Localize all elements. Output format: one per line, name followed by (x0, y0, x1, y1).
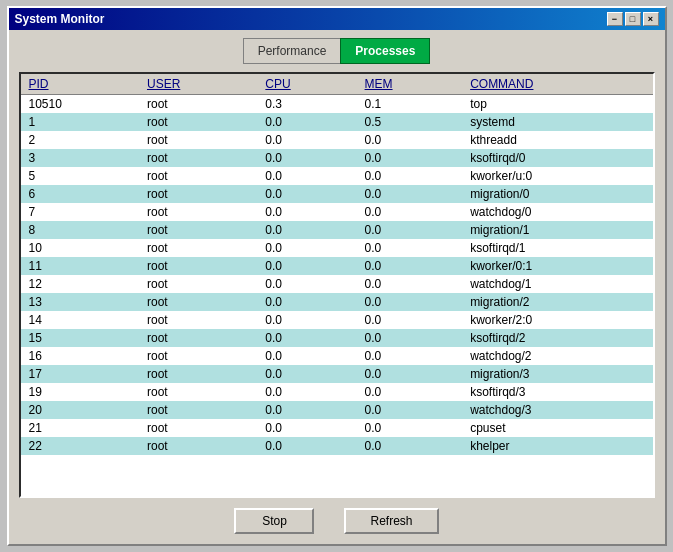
refresh-button[interactable]: Refresh (344, 508, 438, 534)
cell-mem: 0.5 (357, 113, 463, 131)
footer-bar: Stop Refresh (9, 498, 665, 544)
table-row[interactable]: 10510root0.30.1top (21, 95, 653, 114)
cell-cpu: 0.0 (257, 239, 356, 257)
main-window: System Monitor − □ × Performance Process… (7, 6, 667, 546)
cell-command: cpuset (462, 419, 652, 437)
title-bar-buttons: − □ × (607, 12, 659, 26)
tab-processes[interactable]: Processes (340, 38, 430, 64)
cell-mem: 0.0 (357, 131, 463, 149)
cell-pid: 1 (21, 113, 139, 131)
cell-mem: 0.0 (357, 293, 463, 311)
cell-cpu: 0.0 (257, 203, 356, 221)
cell-pid: 11 (21, 257, 139, 275)
cell-pid: 2 (21, 131, 139, 149)
table-row[interactable]: 17root0.00.0migration/3 (21, 365, 653, 383)
cell-mem: 0.0 (357, 275, 463, 293)
cell-command: ksoftirqd/0 (462, 149, 652, 167)
cell-mem: 0.0 (357, 149, 463, 167)
cell-user: root (139, 437, 257, 455)
cell-cpu: 0.0 (257, 275, 356, 293)
cell-mem: 0.0 (357, 329, 463, 347)
cell-pid: 5 (21, 167, 139, 185)
window-title: System Monitor (15, 12, 105, 26)
cell-user: root (139, 257, 257, 275)
stop-button[interactable]: Stop (234, 508, 314, 534)
col-header-user[interactable]: USER (139, 74, 257, 95)
close-button[interactable]: × (643, 12, 659, 26)
cell-user: root (139, 149, 257, 167)
cell-command: ksoftirqd/3 (462, 383, 652, 401)
table-row[interactable]: 6root0.00.0migration/0 (21, 185, 653, 203)
cell-user: root (139, 113, 257, 131)
cell-pid: 10 (21, 239, 139, 257)
table-row[interactable]: 7root0.00.0watchdog/0 (21, 203, 653, 221)
cell-user: root (139, 419, 257, 437)
table-row[interactable]: 20root0.00.0watchdog/3 (21, 401, 653, 419)
cell-pid: 14 (21, 311, 139, 329)
cell-command: kthreadd (462, 131, 652, 149)
cell-pid: 21 (21, 419, 139, 437)
table-row[interactable]: 21root0.00.0cpuset (21, 419, 653, 437)
cell-user: root (139, 203, 257, 221)
cell-pid: 13 (21, 293, 139, 311)
cell-pid: 15 (21, 329, 139, 347)
cell-cpu: 0.0 (257, 383, 356, 401)
cell-cpu: 0.0 (257, 347, 356, 365)
table-row[interactable]: 16root0.00.0watchdog/2 (21, 347, 653, 365)
cell-mem: 0.0 (357, 167, 463, 185)
cell-mem: 0.0 (357, 437, 463, 455)
cell-cpu: 0.0 (257, 329, 356, 347)
table-row[interactable]: 19root0.00.0ksoftirqd/3 (21, 383, 653, 401)
maximize-button[interactable]: □ (625, 12, 641, 26)
cell-cpu: 0.0 (257, 437, 356, 455)
cell-mem: 0.1 (357, 95, 463, 114)
cell-user: root (139, 131, 257, 149)
process-table: PID USER CPU MEM COMMAND 10510root0.30.1… (21, 74, 653, 455)
cell-command: khelper (462, 437, 652, 455)
table-row[interactable]: 11root0.00.0kworker/0:1 (21, 257, 653, 275)
cell-cpu: 0.0 (257, 221, 356, 239)
cell-cpu: 0.0 (257, 311, 356, 329)
cell-command: watchdog/3 (462, 401, 652, 419)
cell-user: root (139, 365, 257, 383)
cell-user: root (139, 311, 257, 329)
cell-user: root (139, 383, 257, 401)
cell-user: root (139, 185, 257, 203)
minimize-button[interactable]: − (607, 12, 623, 26)
cell-mem: 0.0 (357, 221, 463, 239)
table-row[interactable]: 13root0.00.0migration/2 (21, 293, 653, 311)
cell-cpu: 0.0 (257, 185, 356, 203)
table-row[interactable]: 2root0.00.0kthreadd (21, 131, 653, 149)
tab-bar: Performance Processes (9, 30, 665, 72)
cell-command: migration/1 (462, 221, 652, 239)
cell-pid: 22 (21, 437, 139, 455)
table-scroll-area[interactable]: PID USER CPU MEM COMMAND 10510root0.30.1… (21, 74, 653, 496)
table-row[interactable]: 3root0.00.0ksoftirqd/0 (21, 149, 653, 167)
tab-performance[interactable]: Performance (243, 38, 341, 64)
col-header-cpu[interactable]: CPU (257, 74, 356, 95)
cell-pid: 8 (21, 221, 139, 239)
table-row[interactable]: 15root0.00.0ksoftirqd/2 (21, 329, 653, 347)
table-row[interactable]: 5root0.00.0kworker/u:0 (21, 167, 653, 185)
cell-cpu: 0.0 (257, 419, 356, 437)
table-row[interactable]: 1root0.00.5systemd (21, 113, 653, 131)
cell-mem: 0.0 (357, 383, 463, 401)
table-row[interactable]: 8root0.00.0migration/1 (21, 221, 653, 239)
table-row[interactable]: 12root0.00.0watchdog/1 (21, 275, 653, 293)
col-header-mem[interactable]: MEM (357, 74, 463, 95)
table-row[interactable]: 10root0.00.0ksoftirqd/1 (21, 239, 653, 257)
cell-pid: 10510 (21, 95, 139, 114)
cell-command: watchdog/0 (462, 203, 652, 221)
cell-user: root (139, 347, 257, 365)
col-header-command[interactable]: COMMAND (462, 74, 652, 95)
cell-command: systemd (462, 113, 652, 131)
cell-command: migration/3 (462, 365, 652, 383)
cell-pid: 19 (21, 383, 139, 401)
col-header-pid[interactable]: PID (21, 74, 139, 95)
table-row[interactable]: 14root0.00.0kworker/2:0 (21, 311, 653, 329)
cell-mem: 0.0 (357, 239, 463, 257)
cell-cpu: 0.3 (257, 95, 356, 114)
cell-mem: 0.0 (357, 365, 463, 383)
table-row[interactable]: 22root0.00.0khelper (21, 437, 653, 455)
cell-pid: 3 (21, 149, 139, 167)
